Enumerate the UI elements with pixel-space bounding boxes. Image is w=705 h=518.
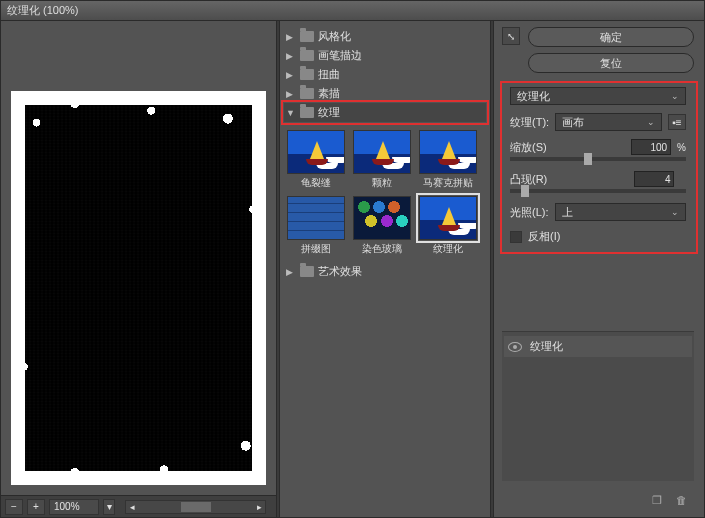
chevron-down-icon: ⌄: [647, 117, 655, 127]
category-stylize[interactable]: ▶ 风格化: [284, 27, 486, 46]
thumb-label: 马赛克拼贴: [418, 176, 478, 190]
titlebar[interactable]: 纹理化 (100%): [1, 1, 704, 21]
chevron-down-icon: ⌄: [671, 207, 679, 217]
zoom-in-button[interactable]: +: [27, 499, 45, 515]
invert-row: 反相(I): [510, 229, 686, 244]
invert-label: 反相(I): [528, 229, 560, 244]
percent-label: %: [677, 142, 686, 153]
scale-group: 缩放(S) 100 %: [510, 139, 686, 163]
thumb-image: [353, 196, 411, 240]
scale-slider[interactable]: [510, 157, 686, 161]
zoom-out-button[interactable]: −: [5, 499, 23, 515]
relief-slider[interactable]: [510, 189, 686, 193]
texture-select[interactable]: 画布 ⌄: [555, 113, 662, 131]
triangle-right-icon: ▶: [286, 70, 296, 80]
relief-group: 凸现(R) 4: [510, 171, 686, 195]
controls-pane: ⤡ 确定 复位 纹理化 ⌄ 纹理(T): 画布 ⌄: [494, 21, 704, 517]
texture-value: 画布: [562, 115, 584, 130]
layers-footer: ❐ 🗑: [502, 489, 694, 511]
category-distort[interactable]: ▶ 扭曲: [284, 65, 486, 84]
triangle-right-icon: ▶: [286, 32, 296, 42]
relief-spacer: [680, 174, 686, 185]
filter-gallery-dialog: 纹理化 (100%) − + 100% ▾ ◂ ▸: [0, 0, 705, 518]
thumbnail-grid: 龟裂缝 颗粒 马赛克拼贴 拼缀图 染色玻璃: [280, 124, 490, 262]
light-select[interactable]: 上 ⌄: [555, 203, 687, 221]
thumb-image: [419, 196, 477, 240]
thumb-craquelure[interactable]: 龟裂缝: [286, 130, 346, 190]
folder-icon: [300, 266, 314, 277]
slider-knob[interactable]: [584, 153, 592, 165]
category-label: 纹理: [318, 105, 340, 120]
category-list-2: ▶ 艺术效果: [280, 262, 490, 283]
thumb-label: 纹理化: [418, 242, 478, 256]
thumb-image: [287, 196, 345, 240]
category-artistic[interactable]: ▶ 艺术效果: [284, 262, 486, 281]
preview-pane: − + 100% ▾ ◂ ▸: [1, 21, 276, 517]
category-sketch[interactable]: ▶ 素描: [284, 84, 486, 103]
zoom-field[interactable]: 100%: [49, 499, 99, 515]
folder-icon: [300, 31, 314, 42]
invert-checkbox[interactable]: [510, 231, 522, 243]
delete-effect-layer-icon[interactable]: 🗑: [674, 493, 688, 507]
folder-icon: [300, 107, 314, 118]
preview-footer: − + 100% ▾ ◂ ▸: [1, 495, 276, 517]
category-texture[interactable]: ▼ 纹理: [284, 103, 486, 122]
relief-value: 4: [665, 174, 671, 185]
texture-label: 纹理(T):: [510, 115, 549, 130]
triangle-right-icon: ▶: [286, 89, 296, 99]
toggle-panel-icon[interactable]: ⤡: [502, 27, 520, 45]
thumb-patchwork[interactable]: 拼缀图: [286, 196, 346, 256]
thumb-image: [353, 130, 411, 174]
new-effect-layer-icon[interactable]: ❐: [650, 493, 664, 507]
preview-border: [11, 91, 266, 485]
folder-icon: [300, 50, 314, 61]
triangle-right-icon: ▶: [286, 51, 296, 61]
slider-knob[interactable]: [521, 185, 529, 197]
scroll-left-icon[interactable]: ◂: [126, 501, 138, 513]
preview-canvas[interactable]: [11, 91, 266, 485]
thumb-label: 龟裂缝: [286, 176, 346, 190]
thumb-texturizer[interactable]: 纹理化: [418, 196, 478, 256]
category-list: ▶ 风格化 ▶ 画笔描边 ▶ 扭曲 ▶ 素描: [280, 21, 490, 124]
ok-label: 确定: [600, 30, 622, 45]
folder-icon: [300, 88, 314, 99]
scroll-right-icon[interactable]: ▸: [253, 501, 265, 513]
reset-button[interactable]: 复位: [528, 53, 694, 73]
filter-select[interactable]: 纹理化 ⌄: [510, 87, 686, 105]
category-label: 扭曲: [318, 67, 340, 82]
top-button-row: ⤡ 确定 复位: [502, 27, 694, 73]
effect-layers: 纹理化: [502, 331, 694, 481]
triangle-right-icon: ▶: [286, 267, 296, 277]
scale-value: 100: [650, 142, 667, 153]
scale-input[interactable]: 100: [631, 139, 671, 155]
light-label: 光照(L):: [510, 205, 549, 220]
zoom-menu-button[interactable]: ▾: [103, 499, 115, 515]
gallery-pane: ▶ 风格化 ▶ 画笔描边 ▶ 扭曲 ▶ 素描: [280, 21, 490, 517]
thumb-mosaic-tiles[interactable]: 马赛克拼贴: [418, 130, 478, 190]
thumb-label: 颗粒: [352, 176, 412, 190]
dialog-body: − + 100% ▾ ◂ ▸ ▶ 风格化 ▶: [1, 21, 704, 517]
light-row: 光照(L): 上 ⌄: [510, 203, 686, 221]
category-brushstrokes[interactable]: ▶ 画笔描边: [284, 46, 486, 65]
layer-row[interactable]: 纹理化: [504, 336, 692, 357]
layer-label: 纹理化: [530, 339, 563, 354]
thumb-image: [419, 130, 477, 174]
thumb-grain[interactable]: 颗粒: [352, 130, 412, 190]
thumb-stained-glass[interactable]: 染色玻璃: [352, 196, 412, 256]
preview-hscroll[interactable]: ◂ ▸: [125, 500, 266, 514]
ok-button[interactable]: 确定: [528, 27, 694, 47]
folder-icon: [300, 69, 314, 80]
visibility-eye-icon[interactable]: [508, 342, 522, 352]
category-label: 风格化: [318, 29, 351, 44]
filter-select-value: 纹理化: [517, 89, 550, 104]
window-title: 纹理化 (100%): [7, 4, 79, 16]
category-label: 画笔描边: [318, 48, 362, 63]
texture-row: 纹理(T): 画布 ⌄ ▪≡: [510, 113, 686, 131]
scale-label: 缩放(S): [510, 140, 625, 155]
scroll-thumb[interactable]: [181, 502, 211, 512]
texture-options-button[interactable]: ▪≡: [668, 114, 686, 130]
spacer: [502, 258, 694, 323]
light-value: 上: [562, 205, 573, 220]
relief-input[interactable]: 4: [634, 171, 674, 187]
params-group: 纹理化 ⌄ 纹理(T): 画布 ⌄ ▪≡ 缩放(S) 100 %: [502, 81, 694, 250]
